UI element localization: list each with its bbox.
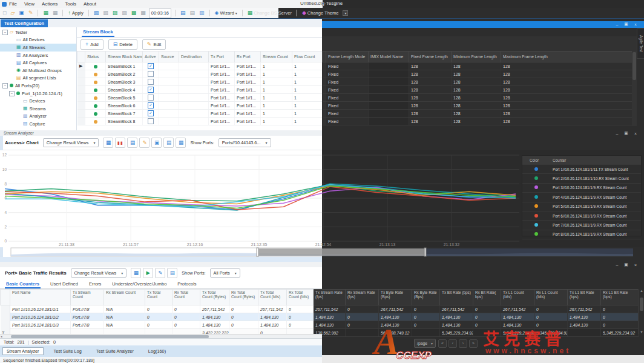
tree-item-capture[interactable]: ▤Capture xyxy=(0,120,76,128)
table-row[interactable]: Port 3//10.26.124.181/1/3Port.//7/8N/A00… xyxy=(1,321,639,329)
column-header-tx-l1-bit-rate-bps[interactable]: Tx L1 Bit Rate (bps) xyxy=(568,290,601,305)
legend-row[interactable]: Port 1//10.26.124.181/1/11.TX Stream Cou… xyxy=(522,165,641,174)
expander-icon[interactable]: − xyxy=(2,30,8,35)
analyzer-restore-button[interactable]: ▣ xyxy=(624,131,628,136)
column-header-stream-count[interactable]: Stream Count xyxy=(261,52,292,62)
tab-undersize-oversize-jumbo[interactable]: Undersize/Oversize/Jumbo xyxy=(111,280,168,288)
results-restore-button[interactable]: ▣ xyxy=(624,262,628,267)
tree-item-analyzer[interactable]: ▥Analyzer xyxy=(0,113,76,121)
connect-port-button[interactable]: ▧ xyxy=(93,9,100,18)
tree-item-all-ports-20[interactable]: −All Ports(20) xyxy=(0,82,76,90)
analyzer-close-button[interactable]: × xyxy=(634,132,637,136)
change-result-views-dropdown[interactable]: Change Result Views ▾ xyxy=(43,138,99,147)
legend-row[interactable]: Port 6//10.26.124.181/1/9.RX Stream Coun… xyxy=(522,211,641,221)
change-bs-server-button[interactable]: ▦Change BS Server xyxy=(246,9,293,18)
tab-test-suite-analyzer[interactable]: Test Suite Analyzer xyxy=(92,347,138,355)
column-header-imix-model-name[interactable]: IMIX Model Name xyxy=(369,52,409,62)
clear-results-button[interactable]: ✎ xyxy=(155,268,165,278)
column-header-minimum-frame-length[interactable]: Minimum Frame Length xyxy=(452,52,501,62)
stop-devices-button[interactable]: ▤ xyxy=(189,9,197,18)
last-page-button[interactable]: » xyxy=(469,339,478,348)
column-header-rx-bit-rate-bps[interactable]: Rx Bit Rate( bps) xyxy=(473,290,501,305)
prev-page-button[interactable]: ‹ xyxy=(448,339,457,348)
copy-button[interactable]: ▣ xyxy=(151,138,162,148)
frame-close-button[interactable]: × xyxy=(634,22,637,27)
expander-icon[interactable]: − xyxy=(2,83,8,88)
table-row[interactable]: Fixed128128128 xyxy=(323,70,632,78)
column-header-fixed-frame-length[interactable]: Fixed Frame Length xyxy=(409,52,452,62)
tree-item-devices[interactable]: ▭Devices xyxy=(0,97,76,105)
column-header-stream-block-name[interactable]: Stream Block Name xyxy=(106,52,143,62)
table-row[interactable]: StreamBlock 2Port 1//1...Port 1//1...11 xyxy=(77,70,323,78)
tab-basic-counters[interactable]: Basic Counters xyxy=(5,280,41,288)
disconnect-port-button[interactable]: ▧ xyxy=(102,9,110,18)
column-header-flow-count[interactable]: Flow Count xyxy=(292,52,323,62)
column-header-active[interactable]: Active xyxy=(143,52,159,62)
column-header-rx-port[interactable]: Rx Port xyxy=(235,52,261,62)
table-row[interactable]: Fixed128128128 xyxy=(323,86,632,94)
table-row[interactable]: StreamBlock 6✓Port 1//1...Port 1//1...11 xyxy=(77,102,323,110)
next-page-button[interactable]: › xyxy=(459,339,467,348)
tab-usert-defined[interactable]: Usert Defined xyxy=(49,280,79,288)
expander-icon[interactable]: − xyxy=(9,91,15,96)
scroll-up-icon[interactable]: ▲ xyxy=(640,289,643,293)
export-results-button[interactable]: ▤ xyxy=(127,138,137,148)
column-header-tx-l1-count-bits[interactable]: Tx L1 Count (bits) xyxy=(501,290,534,305)
tree-item-all-analyzers[interactable]: ▥All Analyzers xyxy=(0,52,76,59)
menu-tools[interactable]: Tools xyxy=(65,1,76,7)
column-header-rx-byte-rate-bps[interactable]: Rx Byte Rate (Bps) xyxy=(412,290,440,305)
results-minimize-button[interactable]: – xyxy=(616,263,618,267)
add-chassis-button[interactable]: ▦ xyxy=(42,9,50,18)
active-checkbox[interactable]: ✓ xyxy=(148,102,154,108)
column-header-tx-byte-rate-bps[interactable]: Tx Byte Rate (Bps) xyxy=(379,290,412,305)
page-size-dropdown[interactable]: /page ▾ xyxy=(414,339,436,348)
start-button[interactable]: ▶ xyxy=(143,268,153,278)
table-row[interactable]: Fixed128128128 xyxy=(323,94,632,102)
menu-view[interactable]: View xyxy=(24,1,34,7)
column-header-tx-total-count-bytes[interactable]: Tx Total Count (Bytes) xyxy=(200,290,229,305)
tab-stream-block[interactable]: Stream Block xyxy=(82,28,114,37)
tree-item-all-captures[interactable]: ▤All Captures xyxy=(0,59,76,67)
column-header-source[interactable]: Source xyxy=(159,52,179,62)
delete-button[interactable]: ⊟Delete xyxy=(108,39,137,50)
change-theme-button[interactable]: ◆Change Theme▾ xyxy=(301,9,350,18)
run-timer[interactable]: 00:03:16 xyxy=(149,8,171,18)
legend-row[interactable]: Port 7//10.26.124.181/1/9.RX Stream Coun… xyxy=(522,221,641,230)
new-file-button[interactable]: □ xyxy=(2,9,7,18)
chart-range-scrollbar[interactable] xyxy=(0,247,644,257)
tab-log-160[interactable]: Log(160) xyxy=(144,347,170,355)
column-header-rx-total-count-bits[interactable]: Rx Total Count (bits) xyxy=(287,290,314,305)
frame-restore-button[interactable]: ▣ xyxy=(624,22,628,27)
column-header-tx-port[interactable]: Tx Port xyxy=(209,52,235,62)
link-up-button[interactable]: ▨ xyxy=(111,9,119,18)
active-checkbox[interactable] xyxy=(148,79,154,85)
menu-about[interactable]: About xyxy=(84,1,96,7)
export-results-button[interactable]: ▤ xyxy=(167,268,177,278)
column-header-tx-total-count-bits[interactable]: Tx Total Count (bits) xyxy=(258,290,287,305)
release-ports-button[interactable]: ▩ xyxy=(139,9,147,18)
change-result-views-dropdown[interactable]: Change Result Views ▾ xyxy=(71,268,127,278)
tab-errors[interactable]: Errors xyxy=(88,280,102,288)
tree-item-port-1-10-26-124-1[interactable]: −Port_1(10.26.124./1) xyxy=(0,90,76,98)
column-header-rx-stream-count[interactable]: Rx Stream Count xyxy=(104,290,145,305)
table-row[interactable]: Fixed128128128 xyxy=(323,78,632,86)
analyzer-ports-dropdown[interactable]: Ports//10.44143.6... ▾ xyxy=(218,138,271,147)
layout-button[interactable]: ▦ xyxy=(176,138,186,148)
active-checkbox[interactable]: ✓ xyxy=(148,63,154,69)
table-row[interactable]: Fixed128128128 xyxy=(323,118,632,125)
tab-agile-test[interactable]: Agile Test xyxy=(637,28,644,59)
active-checkbox[interactable] xyxy=(148,71,154,77)
column-header-tx-total-count[interactable]: Tx Total Count xyxy=(145,290,172,305)
apply-button[interactable]: ↑Apply xyxy=(67,9,84,18)
column-header-tx-stream-count[interactable]: Tx Stream Count xyxy=(71,290,104,305)
column-header-frame-length-mode[interactable]: Frame Length Mode xyxy=(326,52,369,62)
legend-row[interactable]: Port 3//10.26.124.181/1/9.RX Stream Coun… xyxy=(522,184,641,193)
tree-item-all-segment-lists[interactable]: ▤All segment Lists xyxy=(0,75,76,82)
table-row[interactable]: StreamBlock 5Port 1//1...Port 1//1...11 xyxy=(77,94,323,102)
edit-button[interactable]: ✎Edit xyxy=(142,39,166,50)
column-header-status[interactable]: Status xyxy=(85,52,106,62)
capture-control-button[interactable]: ▥ xyxy=(198,9,206,18)
active-checkbox[interactable]: ✓ xyxy=(148,87,154,93)
column-header-maximum-frame-length[interactable]: Maximum Frame Length xyxy=(501,52,632,62)
legend-row[interactable]: Port 8//10.26.124.181/1/9.RX Stream Coun… xyxy=(522,230,641,239)
